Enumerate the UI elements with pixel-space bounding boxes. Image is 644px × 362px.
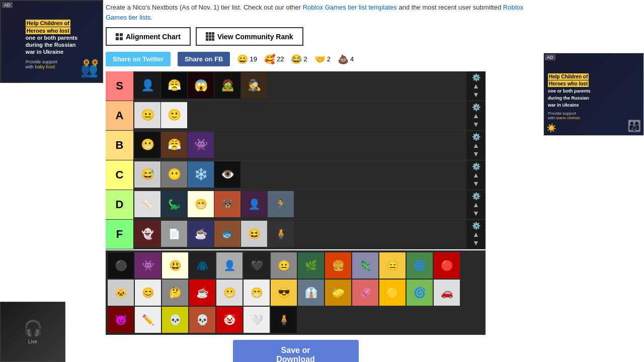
pool-item[interactable]: 💀 — [162, 307, 188, 333]
gear-button-s[interactable]: ⚙️ — [470, 73, 482, 81]
reaction-handshake[interactable]: 🤝 2 — [314, 54, 331, 65]
tier-item[interactable]: 🧍 — [268, 221, 294, 247]
ad-left-cta: Provide supportwith baby food — [26, 59, 77, 69]
share-facebook-button[interactable]: Share on FB — [178, 52, 230, 66]
pool-item[interactable]: 🌀 — [407, 252, 433, 279]
pool-item[interactable]: 🚗 — [434, 280, 460, 306]
up-button-s[interactable]: ▲ — [471, 82, 481, 90]
pool-item[interactable]: 🖤 — [244, 252, 270, 279]
tier-items-d[interactable]: 🦴 🦕 😁 🐻 👤 🏃 — [133, 190, 466, 219]
pool-item[interactable]: 😎 — [271, 280, 297, 306]
pool-item[interactable]: 😑 — [379, 252, 406, 279]
share-twitter-button[interactable]: Share on Twitter — [106, 52, 171, 66]
gear-button-a[interactable]: ⚙️ — [470, 103, 482, 111]
pool-item[interactable]: 💀 — [189, 307, 215, 333]
pool-item[interactable]: 😈 — [108, 307, 134, 333]
down-button-d[interactable]: ▼ — [471, 209, 481, 217]
tier-items-f[interactable]: 👻 📄 ☕ 🐟 😆 🧍 — [133, 220, 466, 249]
gear-button-d[interactable]: ⚙️ — [470, 192, 482, 200]
tier-s-controls: ⚙️ ▲ ▼ — [466, 71, 486, 101]
pool-item[interactable]: ✏️ — [135, 307, 161, 333]
down-button-s[interactable]: ▼ — [471, 90, 481, 99]
pool-item[interactable]: 🦎 — [352, 252, 378, 279]
reaction-happy[interactable]: 😀 19 — [237, 54, 257, 65]
pool-item[interactable]: 🟡 — [379, 280, 406, 306]
pool-item[interactable]: 🤡 — [216, 307, 243, 333]
pool-item[interactable]: 🦑 — [352, 280, 378, 306]
tier-item[interactable]: 👤 — [134, 72, 160, 99]
gear-button-f[interactable]: ⚙️ — [470, 222, 482, 230]
pool-item[interactable]: ☕ — [189, 280, 215, 306]
down-button-a[interactable]: ▼ — [471, 120, 481, 128]
tier-item[interactable]: 👻 — [134, 221, 160, 247]
pool-item[interactable]: 🧥 — [189, 252, 215, 279]
tier-c-controls: ⚙️ ▲ ▼ — [466, 160, 486, 190]
up-button-c[interactable]: ▲ — [471, 171, 481, 179]
tier-item[interactable]: 📄 — [161, 221, 187, 247]
pool-item[interactable]: 🐱 — [108, 280, 134, 306]
save-download-button[interactable]: Save or Download — [233, 340, 359, 362]
tier-items-b[interactable]: 😬 😤 👾 — [133, 131, 466, 160]
reaction-laugh[interactable]: 😂 2 — [291, 54, 307, 65]
reaction-poop[interactable]: 💩 4 — [338, 54, 354, 65]
up-button-d[interactable]: ▲ — [471, 201, 481, 209]
pool-item[interactable]: 😁 — [244, 280, 270, 306]
pool-item[interactable]: 🧍 — [271, 307, 297, 333]
pool-item[interactable]: 🧽 — [325, 280, 351, 306]
pool-item[interactable]: 😐 — [271, 252, 297, 279]
reaction-love[interactable]: 🥰 22 — [264, 54, 284, 65]
tier-item[interactable]: 👁️ — [214, 161, 240, 188]
tier-item[interactable]: 😤 — [161, 72, 187, 99]
tier-item[interactable]: 😆 — [241, 221, 267, 247]
tier-list-container: S 👤 😤 😱 🧟 🕵️ ⚙️ ▲ ▼ A 😐 🙂 ⚙️ — [106, 71, 486, 249]
tier-item[interactable]: ☕ — [188, 221, 214, 247]
tier-item[interactable]: 🦴 — [134, 191, 160, 217]
gear-button-c[interactable]: ⚙️ — [470, 162, 482, 170]
tier-item[interactable]: 👤 — [241, 191, 267, 217]
pool-item[interactable]: 👤 — [216, 252, 243, 279]
pool-item[interactable]: 🌀 — [407, 280, 433, 306]
tier-item[interactable]: 😱 — [188, 72, 214, 99]
pool-item[interactable]: 😊 — [135, 280, 161, 306]
tier-item[interactable]: 👾 — [188, 132, 214, 158]
pool-item[interactable]: 🤔 — [162, 280, 188, 306]
tier-items-c[interactable]: 😅 😶 ❄️ 👁️ — [133, 160, 466, 190]
pool-item[interactable]: 🌿 — [298, 252, 324, 279]
up-button-a[interactable]: ▲ — [471, 112, 481, 120]
alignment-chart-button[interactable]: Alignment Chart — [106, 27, 191, 46]
tier-item[interactable]: 🙂 — [161, 102, 187, 128]
pool-item[interactable]: 😃 — [162, 252, 188, 279]
down-button-b[interactable]: ▼ — [471, 150, 481, 158]
pool-item[interactable]: 👔 — [298, 280, 324, 306]
tier-item[interactable]: 🧟 — [214, 72, 240, 99]
tier-item[interactable]: ❄️ — [188, 161, 214, 188]
pool-item[interactable]: 😬 — [216, 280, 243, 306]
up-button-b[interactable]: ▲ — [471, 141, 481, 149]
tier-item[interactable]: 🐻 — [214, 191, 240, 217]
up-button-f[interactable]: ▲ — [471, 230, 481, 238]
tier-item[interactable]: 😬 — [134, 132, 160, 158]
pool-item[interactable]: 🤍 — [244, 307, 270, 333]
tier-item[interactable]: 😐 — [134, 102, 160, 128]
pool-item[interactable]: ⚫ — [108, 252, 134, 279]
down-button-f[interactable]: ▼ — [471, 239, 481, 247]
tier-item[interactable]: 😶 — [161, 161, 187, 188]
view-community-button[interactable]: View Community Rank — [196, 27, 303, 46]
tier-item[interactable]: 😅 — [134, 161, 160, 188]
gear-button-b[interactable]: ⚙️ — [470, 133, 482, 141]
pool-item[interactable]: 👾 — [135, 252, 161, 279]
tier-row-b: B 😬 😤 👾 ⚙️ ▲ ▼ — [106, 131, 486, 160]
tier-item[interactable]: 😤 — [161, 132, 187, 158]
character-pool[interactable]: ⚫ 👾 😃 🧥 👤 🖤 😐 🌿 🍔 🦎 😑 🌀 🔴 🐱 😊 🤔 ☕ 😬 😁 😎 … — [106, 250, 486, 335]
pool-item[interactable]: 🍔 — [325, 252, 351, 279]
tier-items-a[interactable]: 😐 🙂 — [133, 101, 466, 130]
tier-item[interactable]: 🦕 — [161, 191, 187, 217]
pool-item[interactable]: 🔴 — [434, 252, 460, 279]
tier-item[interactable]: 😁 — [188, 191, 214, 217]
tier-item[interactable]: 🏃 — [268, 191, 294, 217]
tier-items-s[interactable]: 👤 😤 😱 🧟 🕵️ — [133, 71, 466, 101]
tier-item[interactable]: 🕵️ — [241, 72, 267, 99]
roblox-games-link[interactable]: Roblox Games tier list templates — [303, 4, 397, 11]
tier-item[interactable]: 🐟 — [214, 221, 240, 247]
down-button-c[interactable]: ▼ — [471, 179, 481, 188]
